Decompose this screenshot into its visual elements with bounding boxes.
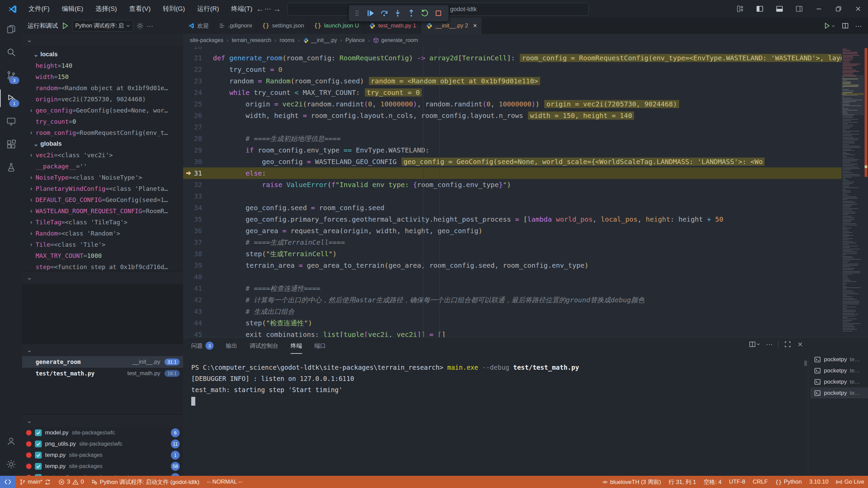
code-line-34[interactable]: 34 geo_config.seed = room_config.seed: [183, 202, 868, 214]
activity-item-remote-explorer[interactable]: [0, 110, 22, 133]
breakpoint-1[interactable]: png_utils.pysite-packages\wfc11: [22, 438, 183, 449]
start-debug-button[interactable]: [61, 21, 70, 30]
line-number[interactable]: 20: [183, 47, 213, 52]
code-line-44[interactable]: 44 step("检查连通性"): [183, 317, 868, 329]
panel-tab-问题[interactable]: 问题3: [191, 338, 214, 354]
variable-DEFAULT_GEO_CONFIG[interactable]: ›DEFAULT_GEO_CONFIG = GeoConfig(seed=1…: [22, 194, 183, 205]
menu-item-6[interactable]: 终端(T): [226, 2, 257, 15]
code-line-41[interactable]: 41 # ====检查连通性====: [183, 283, 868, 294]
remote-indicator[interactable]: [0, 476, 16, 488]
variable-height[interactable]: height = 140: [22, 60, 183, 71]
activity-item-settings-gear[interactable]: [0, 453, 22, 476]
run-file-button[interactable]: [823, 22, 835, 30]
variable-Tile[interactable]: ›Tile = <class 'Tile'>: [22, 239, 183, 250]
layout-icon[interactable]: [730, 0, 750, 18]
variable-geo_config[interactable]: ›geo_config = GeoConfig(seed=None, wor…: [22, 105, 183, 116]
code-line-36[interactable]: 36 geo_area = request_area(origin, width…: [183, 225, 868, 237]
status-item-6[interactable]: 3.10.10: [806, 476, 832, 488]
code-line-24[interactable]: 24 while try_count < MAX_TRY_COUNT:try_c…: [183, 87, 868, 98]
line-number[interactable]: 42: [183, 294, 213, 306]
code-line-43[interactable]: 43 # 生成出口组合: [183, 306, 868, 317]
scope-locals[interactable]: ⌄locals: [22, 49, 183, 60]
code-line-25[interactable]: 25 origin = vec2i(random.randint(0, 1000…: [183, 98, 868, 110]
activity-item-account[interactable]: [0, 430, 22, 453]
status-item-3[interactable]: UTF-8: [725, 476, 749, 488]
activity-item-search[interactable]: [0, 41, 22, 64]
terminal-instance-2[interactable]: pocketpyte…: [810, 376, 868, 387]
split-terminal-icon[interactable]: [749, 341, 761, 348]
more-actions-icon[interactable]: ···: [146, 22, 153, 30]
line-number[interactable]: 29: [183, 144, 213, 156]
activity-item-run-debug[interactable]: 1: [0, 87, 22, 110]
breadcrumb-item-rooms[interactable]: rooms: [280, 37, 295, 43]
variable-__package__[interactable]: __package__ = '': [22, 161, 183, 172]
close-icon[interactable]: [848, 0, 868, 18]
code-line-39[interactable]: 39 terrain_area = geo_area_to_terrain(ge…: [183, 260, 868, 271]
restart-button[interactable]: [419, 7, 431, 20]
code-line-27[interactable]: 27: [183, 121, 868, 133]
line-number[interactable]: 35: [183, 214, 213, 225]
breakpoint-4[interactable]: test_math.pysite-packages\terrain_res…16: [22, 472, 183, 476]
line-number[interactable]: 36: [183, 225, 213, 237]
code-line-22[interactable]: 22 try_count = 0: [183, 64, 868, 75]
terminal-instance-3[interactable]: pocketpyte…: [810, 387, 868, 399]
activity-item-files[interactable]: [0, 18, 22, 41]
line-number[interactable]: 33: [183, 190, 213, 202]
activity-item-testing[interactable]: [0, 156, 22, 179]
code-line-20[interactable]: 20: [183, 47, 868, 52]
line-number[interactable]: 32: [183, 179, 213, 190]
menu-item-1[interactable]: 编辑(E): [57, 2, 88, 15]
code-line-33[interactable]: 33: [183, 190, 868, 202]
line-number[interactable]: 40: [183, 271, 213, 283]
code-line-23[interactable]: 23 random = Random(room_config.seed)rand…: [183, 75, 868, 87]
section-header-variables[interactable]: ⌄: [22, 34, 183, 46]
breadcrumb-item-site-packages[interactable]: site-packages: [190, 37, 223, 43]
menu-item-0[interactable]: 文件(F): [24, 2, 54, 15]
overview-ruler[interactable]: [864, 47, 868, 337]
line-number[interactable]: 25: [183, 98, 213, 110]
breakpoint-checkbox[interactable]: [35, 429, 42, 436]
stack-frame-test/test_math.py[interactable]: test/test_math.pytest_math.py16:1: [22, 368, 183, 379]
breakpoint-3[interactable]: temp.pysite-packages58: [22, 461, 183, 472]
more-actions-icon[interactable]: ···: [766, 340, 773, 348]
breakpoint-2[interactable]: temp.pysite-packages1: [22, 449, 183, 461]
debug-session-status[interactable]: Python 调试程序: 启动文件 (godot-ldtk): [87, 476, 203, 488]
variable-random[interactable]: random = <Random object at 0x1bf9d01e…: [22, 82, 183, 94]
line-number[interactable]: 39: [183, 260, 213, 271]
breadcrumb-item-__init__.py[interactable]: __init__.py: [303, 37, 337, 43]
code-line-32[interactable]: 32 raise ValueError(f"Invalid env type: …: [183, 179, 868, 190]
minimap[interactable]: [842, 47, 864, 337]
problems-status[interactable]: 30: [55, 476, 87, 488]
code-line-40[interactable]: 40: [183, 271, 868, 283]
tab-.gdignore[interactable]: .gdignore: [214, 18, 257, 34]
code-line-28[interactable]: 28 # ====生成初始地理信息====: [183, 133, 868, 144]
close-icon[interactable]: ✕: [473, 23, 477, 29]
breadcrumb-item-Pylance[interactable]: Pylance: [346, 37, 365, 43]
tab-欢迎[interactable]: 欢迎: [183, 18, 214, 34]
activity-item-source-control[interactable]: 3: [0, 64, 22, 87]
code-line-35[interactable]: 35 geo_config.primary_forces.geothermal_…: [183, 214, 868, 225]
line-number[interactable]: 34: [183, 202, 213, 214]
variable-origin[interactable]: origin = vec2i(7205730, 9024468): [22, 94, 183, 105]
terminal-output[interactable]: PS C:\computer_science\godot-ldtk\site-p…: [191, 362, 795, 406]
breadcrumb-item-generate_room[interactable]: generate_room: [373, 37, 418, 43]
line-number[interactable]: 44: [183, 317, 213, 329]
panel-tab-端口[interactable]: 端口: [314, 338, 326, 354]
continue-button[interactable]: [364, 7, 377, 20]
stop-button[interactable]: [432, 7, 445, 20]
variable-vec2i[interactable]: ›vec2i = <class 'vec2i'>: [22, 149, 183, 161]
variable-step[interactable]: step = <function step at 0x1bf9cd716d…: [22, 261, 183, 271]
nav-back-icon[interactable]: ←: [256, 4, 264, 14]
line-number[interactable]: 22: [183, 64, 213, 75]
code-line-31[interactable]: 31 else:: [183, 167, 868, 179]
code-line-45[interactable]: 45 exit_combinations: list[tuple[vec2i, …: [183, 329, 868, 337]
line-number[interactable]: 23: [183, 75, 213, 87]
code-line-21[interactable]: 21def generate_room(room_config: RoomReq…: [183, 52, 868, 64]
close-panel-icon[interactable]: [797, 341, 804, 348]
menu-item-3[interactable]: 查看(V): [124, 2, 155, 15]
panel-icon[interactable]: [770, 0, 789, 18]
maximize-panel-icon[interactable]: [784, 341, 791, 348]
status-item-7[interactable]: Go Live: [832, 476, 868, 488]
restore-icon[interactable]: [829, 0, 848, 18]
variable-PlanetaryWindConfig[interactable]: ›PlanetaryWindConfig = <class 'Planeta…: [22, 183, 183, 194]
